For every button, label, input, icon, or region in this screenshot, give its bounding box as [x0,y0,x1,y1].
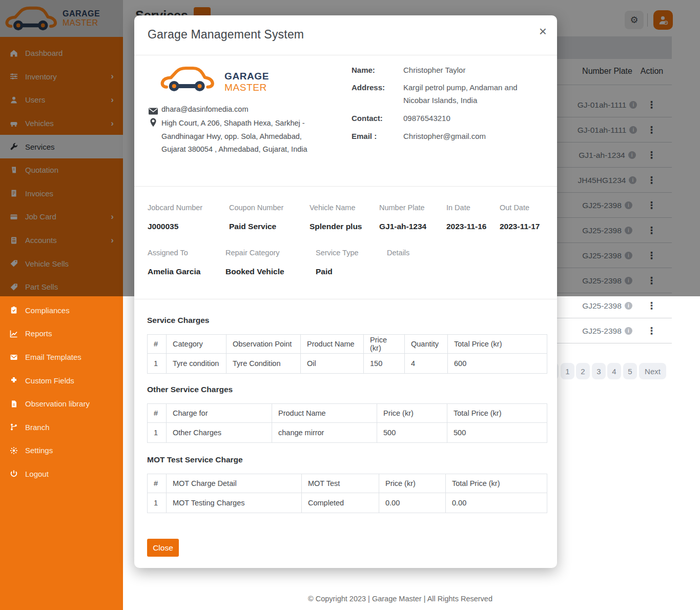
sidebar-item-logout[interactable]: Logout [0,462,123,486]
vehicle-name-label: Vehicle Name [310,204,379,212]
cell: 4 [405,354,448,374]
service-type-label: Service Type [316,249,387,257]
col-product-name: Product Name [301,335,364,354]
cell: 1 [148,354,167,374]
cell: MOT Testing Charges [167,493,302,513]
cell: Tyre condition [167,354,227,374]
sidebar-item-settings[interactable]: Settings [0,439,123,462]
customer-address-label: Address: [352,81,403,107]
pagination-page-1[interactable]: 1 [561,363,574,379]
envelope-icon [149,108,158,117]
cell: 500 [447,423,547,443]
sidebar-item-label: Email Templates [25,353,81,361]
info-icon[interactable]: i [625,302,632,310]
brand-car-wrench-icon [155,65,220,93]
cell: 0.00 [379,493,446,513]
sidebar-item-label: Custom Fields [25,376,74,385]
repair-category-value: Booked Vehicle [225,267,316,276]
service-type-value: Paid [316,267,387,276]
modal-header-divider [134,55,557,55]
col-total-price: Total Price (kr) [446,474,547,493]
brand-logo: GARAGE MASTER [224,71,269,93]
pagination-page-5[interactable]: 5 [623,363,637,379]
col-observation-point: Observation Point [227,335,301,354]
jobcard-number-value: J000035 [148,222,229,231]
sidebar-item-branch[interactable]: Branch [0,416,123,439]
cell: 1 [148,423,167,443]
cell: Other Charges [167,423,272,443]
pagination-next-button[interactable]: Next [639,363,666,379]
customer-email-label: Email : [352,130,403,143]
job-labels-row-2: Assigned To Repair Category Service Type… [148,249,409,257]
clipboard-icon [9,306,19,314]
cell: 1 [148,493,167,513]
sidebar-item-reports[interactable]: Reports [0,322,123,345]
power-icon [9,470,19,478]
branch-icon [9,423,19,431]
col-charge-for: Charge for [167,404,272,423]
table-header-row: # MOT Charge Detail MOT Test Price (kr) … [148,474,547,493]
sidebar-item-compliances[interactable]: Compliances [0,299,123,322]
table-row: 1 Other Charges change mirror 500 500 [148,423,547,443]
row-actions-menu[interactable]: ⋮ [636,293,667,318]
col-quantity: Quantity [405,335,448,354]
coupon-number-label: Coupon Number [229,204,310,212]
gear-icon [9,446,19,455]
other-service-charges-title: Other Service Charges [147,385,233,394]
col-price: Price (kr) [379,474,446,493]
col-total-price: Total Price (kr) [448,335,547,354]
location-pin-icon [150,118,157,129]
coupon-number-value: Paid Service [229,222,310,231]
col-hash: # [148,404,167,423]
garage-address-line: Gujarat 380054 , Ahmedabad, Gujarat, Ind… [161,143,336,156]
row-actions-menu[interactable]: ⋮ [636,318,667,343]
cell: Tyre Condition [227,354,301,374]
jobcard-number-label: Jobcard Number [148,204,229,212]
pagination-page-4[interactable]: 4 [607,363,621,379]
number-plate-label: Number Plate [379,204,446,212]
assigned-to-label: Assigned To [148,249,225,257]
other-service-charges-table: # Charge for Product Name Price (kr) Tot… [147,403,547,443]
table-header-row: # Category Observation Point Product Nam… [148,335,547,354]
close-icon[interactable]: × [539,25,547,38]
cell: 600 [448,354,547,374]
pagination-page-3[interactable]: 3 [592,363,606,379]
close-button[interactable]: Close [147,539,179,557]
repair-category-label: Repair Category [225,249,316,257]
job-labels-row-1: Jobcard Number Coupon Number Vehicle Nam… [148,204,529,212]
modal-section-divider [134,186,557,187]
customer-name-value: Christopher Taylor [403,64,536,76]
sidebar-item-observation-library[interactable]: Observation library [0,392,123,416]
brand-name-master: MASTER [224,82,269,93]
mot-test-service-charge-table: # MOT Charge Detail MOT Test Price (kr) … [147,474,547,513]
cell: Oil [301,354,364,374]
sidebar-item-email-templates[interactable]: Email Templates [0,345,123,369]
mot-test-service-charge-title: MOT Test Service Charge [147,455,243,464]
sidebar-item-label: Compliances [25,306,70,315]
col-price: Price (kr) [377,404,447,423]
garage-address-line: Gandhinagar Hwy, opp. Sola, Ahmedabad, [161,130,336,144]
jobcard-details-modal: Garage Management System × GARAGE MASTER… [134,15,557,568]
sidebar-item-label: Observation library [25,399,90,408]
col-product-name: Product Name [272,404,377,423]
customer-email-value: Christopher@gmail.com [403,130,536,143]
vehicle-name-value: Splender plus [310,222,379,231]
modal-section-divider [134,299,557,299]
number-plate-value: GJ25-2398 [582,301,622,311]
table-row: 1 Tyre condition Tyre Condition Oil 150 … [148,354,547,374]
chart-icon [9,330,19,338]
col-price: Price (kr) [364,335,405,354]
job-values-row-1: J000035 Paid Service Splender plus GJ1-a… [148,222,540,231]
cell: 150 [364,354,405,374]
table-header-row: # Charge for Product Name Price (kr) Tot… [148,404,547,423]
customer-name-label: Name: [352,64,403,76]
sidebar-item-custom-fields[interactable]: Custom Fields [0,369,123,392]
col-category: Category [167,335,227,354]
cell: 0.00 [446,493,547,513]
pagination-page-2[interactable]: 2 [576,363,590,379]
number-plate-value: GJ25-2398 [582,327,622,336]
customer-info: Name: Christopher Taylor Address: Kargil… [352,64,546,143]
job-values-row-2: Amelia Garcia Booked Vehicle Paid [148,267,387,276]
garage-address: High Court, A 206, Shapath Hexa, Sarkhej… [161,117,336,156]
info-icon[interactable]: i [625,327,632,335]
